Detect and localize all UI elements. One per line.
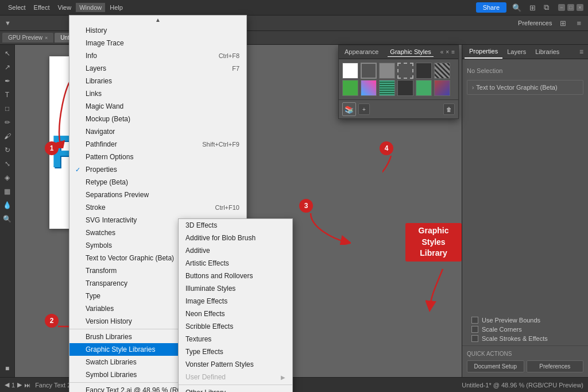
scale-corners-checkbox[interactable] xyxy=(471,326,478,333)
doc-setup-button[interactable]: Document Setup xyxy=(467,360,524,372)
menu-item-libraries[interactable]: Libraries xyxy=(69,75,246,87)
menu-item-sep-preview[interactable]: Separations Preview xyxy=(69,189,246,201)
menu-item-pattern[interactable]: Pattern Options xyxy=(69,151,246,163)
submenu-item-image-effects[interactable]: Image Effects xyxy=(179,295,292,308)
rotate-tool[interactable]: ↻ xyxy=(1,144,14,156)
gs-swatch-colorful[interactable] xyxy=(361,80,377,96)
menu-item-info[interactable]: Info Ctrl+F8 xyxy=(69,49,246,62)
gs-tab-graphic-styles[interactable]: Graphic Styles xyxy=(388,47,434,57)
submenu-item-vonster[interactable]: Vonster Pattern Styles xyxy=(179,358,292,371)
menu-item-retype[interactable]: Retype (Beta) xyxy=(69,176,246,189)
submenu-item-type-effects[interactable]: Type Effects xyxy=(179,345,292,358)
shape-tool[interactable]: □ xyxy=(1,102,14,115)
submenu-item-additive[interactable]: Additive xyxy=(179,244,292,257)
tab-layers[interactable]: Layers xyxy=(502,45,531,58)
submenu-item-artistic[interactable]: Artistic Effects xyxy=(179,257,292,270)
page-nav[interactable]: ◀ 1 ▶ ⏭ xyxy=(5,381,30,389)
checkbox-area: Use Preview Bounds Scale Corners Scale S… xyxy=(462,313,588,345)
submenu-item-scribble[interactable]: Scribble Effects xyxy=(179,320,292,333)
gs-delete-button[interactable]: 🗑 xyxy=(443,103,455,115)
submenu-item-additive-blob[interactable]: Additive for Blob Brush xyxy=(179,232,292,244)
minimize-button[interactable]: − xyxy=(558,4,565,11)
gs-tab-appearance[interactable]: Appearance xyxy=(342,47,381,57)
preferences-button[interactable]: Preferences xyxy=(518,20,552,26)
maximize-button[interactable]: □ xyxy=(567,4,574,11)
panel-menu-icon[interactable]: ≡ xyxy=(574,18,583,29)
grid-icon[interactable]: ⊞ xyxy=(527,2,538,13)
gs-swatch-dark[interactable] xyxy=(416,63,432,79)
gs-swatch-pattern[interactable] xyxy=(434,63,450,79)
gs-swatch-gray[interactable] xyxy=(379,63,395,79)
gs-swatch-white[interactable] xyxy=(342,63,358,79)
pencil-tool[interactable]: ✏ xyxy=(1,116,14,129)
page-next[interactable]: ▶ xyxy=(17,381,22,389)
type-tool[interactable]: T xyxy=(1,89,14,101)
menu-item-mockup[interactable]: Mockup (Beta) xyxy=(69,113,246,125)
gs-library-button[interactable]: 📚 xyxy=(342,102,356,116)
arrange-icon[interactable]: ⊞ xyxy=(556,18,570,29)
menu-view[interactable]: View xyxy=(55,3,75,12)
tab-gpu-preview[interactable]: GPU Preview × xyxy=(2,33,53,43)
share-button[interactable]: Share xyxy=(476,2,506,13)
menu-item-layers[interactable]: Layers F7 xyxy=(69,62,246,75)
arrange-icon[interactable]: ⧉ xyxy=(541,2,551,13)
fill-stroke[interactable]: ■ xyxy=(1,362,14,375)
gs-swatch-texture[interactable] xyxy=(379,80,395,96)
checkbox-preview-bounds[interactable]: Use Preview Bounds xyxy=(467,316,583,325)
menu-item-navigator[interactable]: Navigator xyxy=(69,125,246,138)
close-button[interactable]: × xyxy=(577,4,583,11)
gs-swatch-empty3[interactable] xyxy=(434,80,450,96)
gs-swatch-outline2[interactable] xyxy=(397,63,413,79)
submenu-item-neon[interactable]: Neon Effects xyxy=(179,308,292,320)
paintbrush-tool[interactable]: 🖌 xyxy=(1,130,14,143)
gs-swatch-outline[interactable] xyxy=(361,63,377,79)
zoom-tool[interactable]: 🔍 xyxy=(1,213,14,225)
gs-swatch-empty1[interactable] xyxy=(397,80,413,96)
preferences-button[interactable]: Preferences xyxy=(527,360,584,372)
page-prev[interactable]: ◀ xyxy=(5,381,9,389)
menu-bar: Select Effect View Window Help xyxy=(5,3,126,12)
checkbox-scale-corners[interactable]: Scale Corners xyxy=(467,325,583,334)
menu-effect[interactable]: Effect xyxy=(30,3,53,12)
eyedropper-tool[interactable]: 💧 xyxy=(1,199,14,212)
menu-item-pathfinder[interactable]: Pathfinder Shift+Ctrl+F9 xyxy=(69,138,246,151)
search-icon[interactable]: 🔍 xyxy=(510,2,524,13)
submenu-item-buttons[interactable]: Buttons and Rollovers xyxy=(179,270,292,282)
select-tool[interactable]: ↖ xyxy=(1,47,14,60)
menu-item-stroke[interactable]: Stroke Ctrl+F10 xyxy=(69,201,246,214)
menu-window[interactable]: Window xyxy=(76,3,105,12)
scale-strokes-checkbox[interactable] xyxy=(471,335,478,342)
menu-help[interactable]: Help xyxy=(106,3,126,12)
checkbox-scale-strokes[interactable]: Scale Strokes & Effects xyxy=(467,334,583,343)
direct-select-tool[interactable]: ↗ xyxy=(1,61,14,74)
tab-libraries[interactable]: Libraries xyxy=(531,45,564,58)
gs-menu-icon[interactable]: ≡ xyxy=(451,49,455,55)
menu-item-links[interactable]: Links xyxy=(69,87,246,100)
gradient-tool[interactable]: ▦ xyxy=(1,185,14,198)
preview-bounds-checkbox[interactable] xyxy=(471,317,478,324)
gs-new-button[interactable]: + xyxy=(358,103,370,115)
menu-item-history[interactable]: History xyxy=(69,24,246,37)
menu-item-magic-wand[interactable]: Magic Wand xyxy=(69,100,246,113)
submenu-item-other-library[interactable]: Other Library... xyxy=(179,386,292,392)
submenu-item-textures[interactable]: Textures xyxy=(179,333,292,345)
gs-swatch-empty2[interactable] xyxy=(416,80,432,96)
blend-tool[interactable]: ◈ xyxy=(1,171,14,184)
text-to-vector-section[interactable]: › Text to Vector Graphic (Beta) xyxy=(467,80,583,95)
scale-tool[interactable]: ⤡ xyxy=(1,157,14,170)
page-end[interactable]: ⏭ xyxy=(24,382,30,389)
gs-panel-footer: 📚 + 🗑 xyxy=(339,99,458,118)
submenu-item-3d[interactable]: 3D Effects xyxy=(179,219,292,232)
submenu-item-illuminate[interactable]: Illuminate Styles xyxy=(179,282,292,295)
panel-options-icon[interactable]: ≡ xyxy=(577,45,586,58)
menu-item-image-trace[interactable]: Image Trace xyxy=(69,37,246,49)
pen-tool[interactable]: ✒ xyxy=(1,75,14,87)
gs-collapse-icon[interactable]: « xyxy=(440,49,444,55)
menu-select[interactable]: Select xyxy=(5,3,29,12)
menu-item-properties[interactable]: ✓ Properties xyxy=(69,163,246,176)
gs-swatch-green[interactable] xyxy=(342,80,358,96)
tab-gpu-close[interactable]: × xyxy=(45,35,48,41)
gs-close-icon[interactable]: × xyxy=(446,49,449,55)
tab-properties[interactable]: Properties xyxy=(465,45,502,59)
menu-scroll-up[interactable]: ▲ xyxy=(69,16,246,24)
